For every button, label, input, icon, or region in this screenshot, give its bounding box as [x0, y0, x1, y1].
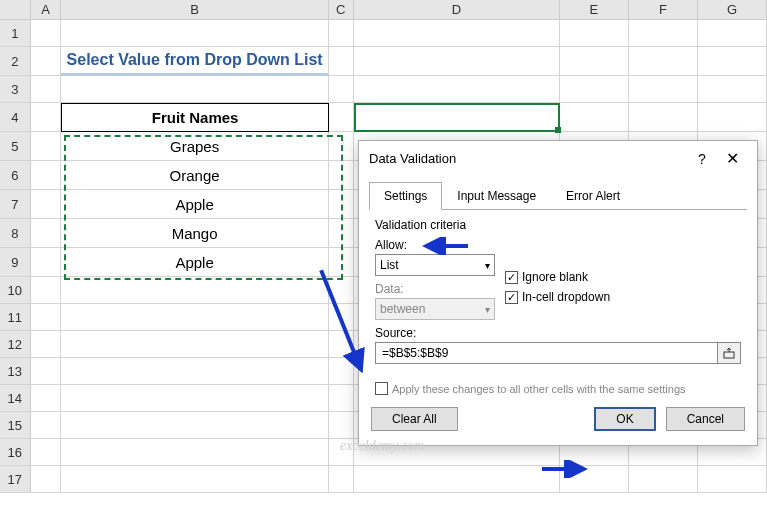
cell[interactable] — [31, 466, 62, 493]
row-header[interactable]: 12 — [0, 331, 31, 358]
cell[interactable] — [61, 20, 328, 47]
cell[interactable] — [61, 358, 328, 385]
cell[interactable] — [61, 385, 328, 412]
cell[interactable] — [329, 358, 354, 385]
cell[interactable] — [61, 412, 328, 439]
source-input[interactable] — [375, 342, 717, 364]
data-cell[interactable]: Apple — [61, 190, 328, 219]
cell[interactable] — [31, 219, 62, 248]
help-icon[interactable]: ? — [687, 151, 717, 167]
cell[interactable] — [698, 47, 767, 76]
row-header[interactable]: 10 — [0, 277, 31, 304]
cell[interactable] — [629, 103, 698, 132]
row-header[interactable]: 2 — [0, 47, 31, 76]
row-header[interactable]: 14 — [0, 385, 31, 412]
cell[interactable] — [629, 76, 698, 103]
cell[interactable] — [560, 466, 629, 493]
allow-dropdown[interactable]: List ▾ — [375, 254, 495, 276]
table-header[interactable]: Fruit Names — [61, 103, 328, 132]
ignore-blank-checkbox[interactable]: ✓ Ignore blank — [505, 270, 610, 284]
cell[interactable] — [329, 466, 354, 493]
row-header[interactable]: 17 — [0, 466, 31, 493]
col-header-a[interactable]: A — [31, 0, 62, 19]
cell[interactable] — [329, 76, 354, 103]
row-header[interactable]: 7 — [0, 190, 31, 219]
cell[interactable] — [329, 412, 354, 439]
tab-input-message[interactable]: Input Message — [442, 182, 551, 210]
cell[interactable] — [31, 20, 62, 47]
cell[interactable] — [329, 277, 354, 304]
cell[interactable] — [698, 76, 767, 103]
cell[interactable] — [629, 466, 698, 493]
row-header[interactable]: 6 — [0, 161, 31, 190]
cell[interactable] — [629, 20, 698, 47]
tab-error-alert[interactable]: Error Alert — [551, 182, 635, 210]
incell-dropdown-checkbox[interactable]: ✓ In-cell dropdown — [505, 290, 610, 304]
cell[interactable] — [31, 103, 62, 132]
cell[interactable] — [61, 466, 328, 493]
cell[interactable] — [61, 439, 328, 466]
cancel-button[interactable]: Cancel — [666, 407, 745, 431]
cell[interactable] — [61, 277, 328, 304]
cell[interactable] — [329, 331, 354, 358]
cell[interactable] — [354, 20, 560, 47]
cell[interactable] — [329, 248, 354, 277]
col-header-e[interactable]: E — [560, 0, 629, 19]
tab-settings[interactable]: Settings — [369, 182, 442, 210]
cell[interactable] — [31, 161, 62, 190]
col-header-b[interactable]: B — [61, 0, 328, 19]
col-header-c[interactable]: C — [329, 0, 354, 19]
cell[interactable] — [61, 76, 328, 103]
cell[interactable] — [354, 466, 560, 493]
row-header[interactable]: 3 — [0, 76, 31, 103]
row-header[interactable]: 5 — [0, 132, 31, 161]
row-header[interactable]: 13 — [0, 358, 31, 385]
cell[interactable] — [31, 412, 62, 439]
cell[interactable] — [629, 47, 698, 76]
cell[interactable] — [61, 331, 328, 358]
range-picker-icon[interactable] — [717, 342, 741, 364]
ok-button[interactable]: OK — [594, 407, 655, 431]
cell[interactable] — [31, 385, 62, 412]
cell[interactable] — [31, 76, 62, 103]
close-icon[interactable]: ✕ — [717, 149, 747, 168]
cell[interactable] — [329, 219, 354, 248]
cell[interactable] — [329, 190, 354, 219]
title-cell[interactable]: Select Value from Drop Down List — [61, 47, 328, 76]
cell[interactable] — [31, 358, 62, 385]
cell[interactable] — [329, 304, 354, 331]
row-header[interactable]: 11 — [0, 304, 31, 331]
cell[interactable] — [354, 76, 560, 103]
select-all-corner[interactable] — [0, 0, 31, 19]
cell[interactable] — [329, 47, 354, 76]
cell[interactable] — [31, 190, 62, 219]
cell[interactable] — [560, 47, 629, 76]
cell[interactable] — [329, 161, 354, 190]
cell[interactable] — [329, 20, 354, 47]
cell[interactable] — [329, 103, 354, 132]
cell[interactable] — [560, 20, 629, 47]
cell[interactable] — [31, 331, 62, 358]
cell[interactable] — [31, 277, 62, 304]
row-header[interactable]: 16 — [0, 439, 31, 466]
cell[interactable] — [698, 103, 767, 132]
cell[interactable] — [31, 132, 62, 161]
col-header-d[interactable]: D — [354, 0, 560, 19]
cell[interactable] — [61, 304, 328, 331]
row-header[interactable]: 4 — [0, 103, 31, 132]
cell[interactable] — [31, 47, 62, 76]
selected-cell[interactable] — [354, 103, 560, 132]
cell[interactable] — [698, 20, 767, 47]
dialog-titlebar[interactable]: Data Validation ? ✕ — [359, 141, 757, 176]
cell[interactable] — [560, 76, 629, 103]
clear-all-button[interactable]: Clear All — [371, 407, 458, 431]
cell[interactable] — [698, 466, 767, 493]
data-cell[interactable]: Grapes — [61, 132, 328, 161]
col-header-g[interactable]: G — [698, 0, 767, 19]
cell[interactable] — [31, 439, 62, 466]
row-header[interactable]: 15 — [0, 412, 31, 439]
cell[interactable] — [31, 304, 62, 331]
cell[interactable] — [329, 132, 354, 161]
cell[interactable] — [354, 47, 560, 76]
cell[interactable] — [329, 385, 354, 412]
